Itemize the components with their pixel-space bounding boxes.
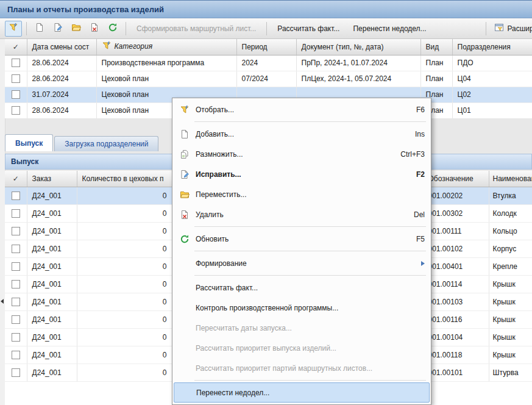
column-header-check[interactable]: ✓ [5, 39, 27, 55]
menu-item-label: Переместить... [196, 190, 247, 199]
table-cell: 001.00118 [425, 346, 489, 364]
delete-button[interactable] [86, 21, 103, 37]
move-button[interactable] [68, 21, 85, 37]
context-menu-item[interactable]: Добавить...Ins [174, 124, 430, 144]
row-checkbox[interactable] [12, 262, 20, 271]
form-route-list-button[interactable]: Сформировать маршрутный лист... [130, 24, 262, 33]
context-menu-item[interactable]: Исправить...F2 [174, 164, 430, 184]
plans-header-row: ✓ Дата смены сост Категория Период Докум… [5, 39, 532, 55]
panel-title: Планы и отчеты производства изделий [7, 5, 164, 14]
row-checkbox[interactable] [12, 351, 20, 359]
collapse-splitter-arrow[interactable] [1, 299, 4, 304]
column-header-document[interactable]: Документ (тип, №, дата) [296, 39, 420, 55]
row-checkbox[interactable] [12, 74, 20, 83]
table-cell: 0 [77, 328, 172, 346]
column-header-qty[interactable]: Количество в цеховых п [77, 171, 172, 187]
context-menu-item[interactable]: Перенести недодел... [174, 382, 430, 403]
table-cell: Производственная программа [96, 55, 236, 71]
menu-separator [194, 275, 426, 276]
category-filter-icon [102, 41, 112, 52]
toolbar-separator [26, 22, 27, 35]
table-cell: Корпус [489, 240, 532, 257]
column-header-order[interactable]: Заказ [27, 171, 77, 187]
table-cell: ПрПр, 2024-1, 01.07.2024 [296, 55, 420, 71]
menu-item-label: Удалить [196, 210, 224, 219]
column-header-designation[interactable]: Обозначение [425, 171, 489, 187]
context-menu-item[interactable]: УдалитьDel [174, 204, 430, 224]
menu-separator [194, 121, 426, 122]
column-header-name[interactable]: Наименование [489, 171, 532, 187]
refresh-icon [108, 23, 118, 34]
table-cell: Ц02 [452, 87, 532, 102]
tab-department-load[interactable]: Загрузка подразделений [54, 136, 158, 151]
extended-button[interactable]: Расширен [491, 23, 532, 34]
row-checkbox[interactable] [12, 106, 20, 115]
table-cell: 0 [77, 204, 172, 222]
row-checkbox[interactable] [12, 245, 20, 253]
column-header-date[interactable]: Дата смены сост [27, 39, 96, 55]
menu-item-shortcut: Del [399, 210, 425, 219]
table-cell: ПлЦех, 2024-1, 05.07.2024 [296, 71, 420, 87]
edit-button[interactable] [49, 21, 66, 37]
row-checkbox[interactable] [12, 368, 20, 377]
table-cell: 001.00111 [425, 222, 489, 240]
table-cell: 001.00302 [425, 204, 489, 222]
context-menu-item[interactable]: Размножить...Ctrl+F3 [174, 144, 430, 164]
context-menu-item[interactable]: ОбновитьF5 [174, 229, 430, 249]
context-menu-item[interactable]: Пересчитать даты запуска... [174, 318, 430, 338]
menu-item-label: Отобрать... [196, 106, 234, 114]
tab-output[interactable]: Выпуск [5, 134, 53, 151]
context-menu-item[interactable]: Рассчитать приоритет партий маршрутных л… [174, 358, 430, 378]
row-checkbox[interactable] [12, 315, 20, 324]
table-row[interactable]: 28.06.2024Производственная программа2024… [5, 55, 532, 71]
toolbar-separator [266, 22, 267, 35]
row-checkbox[interactable] [12, 280, 20, 289]
context-menu-item[interactable]: Рассчитать факт... [174, 278, 430, 298]
calc-fact-button[interactable]: Рассчитать факт... [271, 24, 346, 33]
table-cell: 0 [77, 346, 172, 364]
delete-doc-icon [90, 23, 99, 34]
table-cell: Крепле [489, 257, 532, 275]
table-cell: Крышк [489, 310, 532, 328]
extended-icon [494, 23, 504, 34]
row-checkbox[interactable] [12, 192, 20, 200]
table-cell: 0 [77, 240, 172, 257]
context-menu-item[interactable]: Контроль производственной программы... [174, 298, 430, 318]
row-checkbox[interactable] [12, 298, 20, 306]
context-menu-item[interactable]: Формирование [174, 253, 430, 273]
new-doc-icon [35, 23, 44, 34]
table-cell: Цеховой план [96, 71, 236, 87]
table-row[interactable]: 28.06.2024Цеховой план07/2024ПлЦех, 2024… [5, 71, 532, 87]
transfer-shortfall-button[interactable]: Перенести недодел... [347, 24, 432, 33]
menu-item-label: Контроль производственной программы... [196, 304, 338, 312]
table-cell: Втулка [489, 187, 532, 204]
column-header-period[interactable]: Период [236, 39, 296, 55]
table-cell: 001.00103 [425, 293, 489, 310]
column-header-kind[interactable]: Вид [420, 39, 452, 55]
row-checkbox[interactable] [12, 209, 20, 218]
context-menu-item[interactable]: Отобрать...F6 [174, 99, 430, 120]
context-menu-item[interactable]: Переместить... [174, 184, 430, 204]
column-header-check[interactable]: ✓ [5, 171, 27, 187]
table-cell: Крышк [489, 328, 532, 346]
row-checkbox[interactable] [12, 333, 20, 342]
table-cell: 001.00101 [425, 364, 489, 381]
table-cell: 0 [77, 257, 172, 275]
row-checkbox[interactable] [12, 59, 20, 67]
refresh-button[interactable] [104, 21, 121, 37]
column-header-departments[interactable]: Подразделения [452, 39, 532, 55]
menu-separator [194, 226, 426, 227]
table-cell: 001.00114 [425, 275, 489, 293]
app-window: Планы и отчеты производства изделий Сфор… [0, 0, 532, 405]
table-cell: 0 [77, 275, 172, 293]
column-header-category[interactable]: Категория [96, 39, 236, 55]
table-cell: Д24_001 [27, 187, 77, 204]
table-cell: Д24_001 [27, 310, 77, 328]
add-button[interactable] [31, 21, 48, 37]
menu-item-label: Размножить... [196, 150, 243, 159]
row-checkbox[interactable] [12, 90, 20, 99]
panel-titlebar: Планы и отчеты производства изделий [0, 0, 532, 18]
context-menu-item[interactable]: Рассчитать приоритет выпуска изделий... [174, 338, 430, 358]
filter-button[interactable] [5, 21, 22, 37]
row-checkbox[interactable] [12, 227, 20, 235]
